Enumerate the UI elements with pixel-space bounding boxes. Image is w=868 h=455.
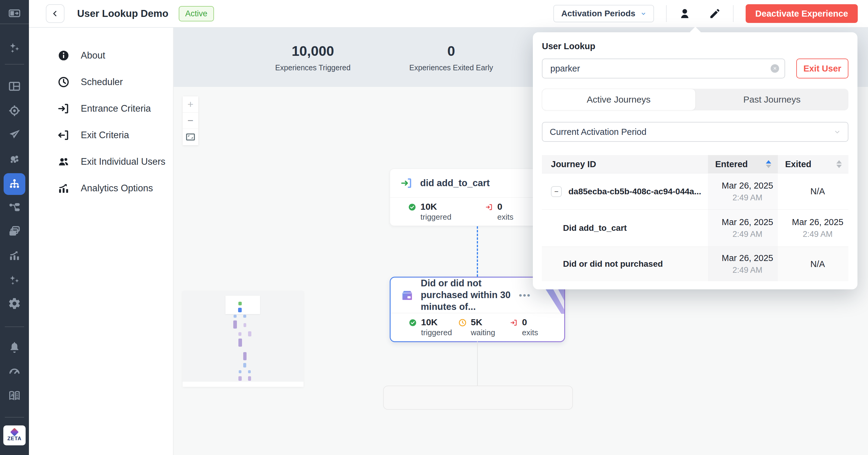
connector-dashed [477,226,478,277]
sort-icon-exited[interactable] [836,160,842,168]
ai-sparkles-icon[interactable] [0,41,29,55]
nav-item-entrance-criteria[interactable]: Entrance Criteria [29,95,173,122]
node-stats: 10K triggered 5K waiting 0 exits [391,313,564,341]
nav-label: Exit Criteria [81,130,129,141]
minimap-node [248,331,251,336]
user-icon [679,7,691,20]
clock-orange-icon [458,319,467,327]
minimap-viewport[interactable] [225,296,260,314]
target-icon[interactable] [0,104,29,117]
tab-past-journeys[interactable]: Past Journeys [695,89,849,110]
nav-item-scheduler[interactable]: Scheduler [29,69,173,95]
exit-red-icon [510,319,518,327]
nav-item-analytics-options[interactable]: Analytics Options [29,175,173,202]
ai-sparkles-icon-2[interactable] [0,274,29,287]
audience-icon[interactable] [0,152,29,166]
nav-label: Exit Individual Users [81,156,165,167]
column-exited[interactable]: Exited [778,155,848,173]
stat-experiences-triggered: 10,000 Experiences Triggered [275,28,350,87]
stat-value: 0 [447,43,455,59]
activation-periods-dropdown[interactable]: Activation Periods [553,5,654,22]
entrance-icon [57,102,70,115]
nav-item-exit-individual-users[interactable]: Exit Individual Users [29,148,173,175]
sort-icon-entered[interactable] [766,160,771,168]
analytics-icon[interactable] [0,249,29,262]
nav-item-exit-criteria[interactable]: Exit Criteria [29,122,173,148]
column-label: Exited [785,159,811,169]
exit-red-icon [485,203,493,211]
fit-to-screen-button[interactable] [183,129,198,145]
edit-pencil-button[interactable] [709,7,721,20]
activation-period-select[interactable]: Current Activation Period [542,122,848,142]
exit-icon [57,129,70,142]
minimap[interactable] [183,291,304,387]
entered-date: Mar 26, 2025 [722,217,773,227]
gauge-icon[interactable] [0,365,29,378]
check-circle-icon [408,203,416,211]
experience-nav-panel: About Scheduler Entrance Criteria Exit C… [29,28,174,455]
stat-value: 10K [421,317,452,327]
info-icon [57,49,70,62]
stat-label: exits [522,328,538,337]
templates-icon[interactable] [0,225,29,238]
stat-value: 10,000 [292,43,334,59]
minimap-node [239,339,242,347]
back-button[interactable] [46,4,64,23]
zoom-in-button[interactable]: + [183,96,198,113]
table-row-step[interactable]: Did or did not purchased Mar 26, 2025 2:… [542,247,848,281]
stat-label: exits [497,212,513,222]
minimap-node [243,315,246,318]
zoom-controls: + − [182,96,198,145]
user-lookup-icon-button[interactable] [679,7,691,20]
status-badge: Active [179,6,214,22]
node-title: Did or did not purchased within 30 minut… [421,278,512,313]
rail-divider [5,417,24,418]
collapse-panel-icon[interactable] [0,7,29,20]
user-search-input[interactable] [542,59,785,79]
minimap-node [243,363,246,368]
collapse-row-button[interactable]: − [551,186,562,197]
app-window: A ZETA User Lookup Demo Active Activatio… [0,0,868,455]
settings-gear-icon[interactable] [0,297,29,310]
stat-label: triggered [421,328,452,337]
layout-icon[interactable] [0,80,29,93]
zeta-diamond-icon [10,428,19,436]
entered-time: 2:49 AM [733,265,762,275]
nav-label: Analytics Options [81,183,153,194]
toolbar-divider [733,5,734,22]
journey-icon-active[interactable] [4,173,25,195]
activation-periods-label: Activation Periods [561,9,635,19]
zeta-logo[interactable]: ZETA [3,425,26,445]
svg-text:A: A [10,393,14,398]
bell-icon[interactable] [0,341,29,354]
docs-book-icon[interactable]: A [0,389,29,402]
stat-value: 0 [522,317,538,327]
minimap-node [239,302,242,305]
table-row-step[interactable]: Did add_to_cart Mar 26, 2025 2:49 AM Mar… [542,209,848,247]
stat-waiting: 5K waiting [458,317,510,337]
column-entered[interactable]: Entered [708,155,778,173]
exited-value: N/A [810,187,825,196]
toolbar-divider [666,5,667,22]
deactivate-experience-button[interactable]: Deactivate Experience [746,4,858,23]
tab-active-journeys[interactable]: Active Journeys [542,89,695,110]
table-row-journey[interactable]: − da85ecba-cb5b-408c-ac94-044a... Mar 26… [542,173,848,209]
stat-label: Experiences Triggered [275,63,350,72]
node-title: did add_to_cart [420,177,490,189]
journeys-table: Journey ID Entered Exited − da85ecba-cb5… [542,155,848,281]
stat-label: Experiences Exited Early [409,63,493,72]
node-menu-button[interactable]: ••• [519,290,531,301]
nav-label: Entrance Criteria [81,103,151,114]
column-journey-id[interactable]: Journey ID [542,155,708,173]
page-title: User Lookup Demo [77,8,168,19]
nav-label: Scheduler [81,77,123,87]
flow-icon[interactable] [0,201,29,214]
exit-user-button[interactable]: Exit User [796,59,848,79]
zoom-out-button[interactable]: − [183,113,198,129]
send-icon[interactable] [0,128,29,141]
clear-search-icon[interactable]: ✕ [771,64,779,73]
nav-item-about[interactable]: About [29,42,173,69]
entered-time: 2:49 AM [733,193,762,202]
minimap-node [244,323,246,327]
stat-experiences-exited-early: 0 Experiences Exited Early [409,28,493,87]
